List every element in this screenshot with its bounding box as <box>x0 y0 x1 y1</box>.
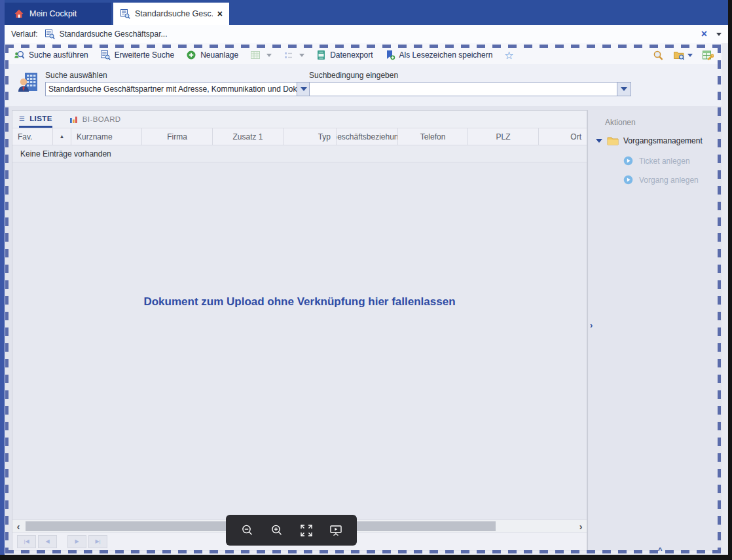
column-header-firma[interactable]: Firma <box>142 128 213 145</box>
search-condition-label: Suchbedingung eingeben <box>309 71 398 80</box>
prev-page-button[interactable]: ◀ <box>38 535 57 548</box>
app-frame: Mein Cockpit Standardsuche Gesc... × Ver… <box>0 0 728 555</box>
sort-asc-icon: ▲ <box>60 134 65 140</box>
search-select-value: Standardsuche Geschäftspartner mit Adres… <box>46 84 297 94</box>
empty-results-message: Keine Einträge vorhanden <box>12 145 587 162</box>
table-wrench-icon[interactable] <box>702 50 714 61</box>
business-partner-icon <box>16 71 40 97</box>
chevron-down-icon[interactable] <box>716 33 722 36</box>
table-grid-icon <box>250 50 261 60</box>
top-tab-bar: Mein Cockpit Standardsuche Gesc... × <box>0 0 728 25</box>
search-list-icon <box>100 50 111 60</box>
list-icon: ≡ <box>19 113 25 123</box>
presentation-icon[interactable] <box>329 523 343 538</box>
tab-liste[interactable]: ≡ LISTE <box>19 111 52 128</box>
button-label: Erweiterte Suche <box>115 50 174 60</box>
column-header-sort[interactable]: ▲ <box>53 128 71 145</box>
column-header-geschaeftsbeziehung[interactable]: Geschäftsbeziehung <box>337 128 398 145</box>
last-page-button[interactable]: ▶| <box>88 535 107 548</box>
star-icon[interactable]: ☆ <box>504 49 513 62</box>
list-small-icon <box>284 50 293 60</box>
chevron-down-icon <box>687 54 693 57</box>
first-page-button[interactable]: |◀ <box>17 535 36 548</box>
dropdown-button[interactable] <box>297 83 310 96</box>
folder-search-icon[interactable] <box>673 50 693 60</box>
save-bookmark-button[interactable]: Als Lesezeichen speichern <box>385 50 493 60</box>
home-icon <box>14 9 24 19</box>
history-label: Verlauf: <box>11 29 38 39</box>
play-circle-icon <box>623 156 633 166</box>
view-grid-dropdown-disabled <box>250 50 272 60</box>
chevron-down-icon <box>266 54 272 57</box>
action-label: Vorgang anlegen <box>639 176 699 185</box>
data-export-button[interactable]: Datenexport <box>316 50 373 60</box>
column-header-zusatz1[interactable]: Zusatz 1 <box>213 128 284 145</box>
tab-label: Standardsuche Gesc... <box>135 9 213 18</box>
csv-export-icon <box>316 50 326 60</box>
tab-label: Mein Cockpit <box>29 9 77 18</box>
search-condition-combobox[interactable] <box>309 82 631 96</box>
dropdown-button[interactable] <box>617 83 631 96</box>
column-header-fav[interactable]: Fav. <box>12 128 53 145</box>
magnifier-gold-icon[interactable] <box>652 50 664 61</box>
tree-group-label: Vorgangsmanagement <box>623 136 703 145</box>
search-list-icon <box>120 9 130 19</box>
button-label: Datenexport <box>330 50 373 60</box>
column-header-ort[interactable]: Ort <box>539 128 587 145</box>
panel-collapse-up-icon[interactable]: ^ <box>658 546 662 554</box>
fullscreen-icon[interactable] <box>299 523 314 538</box>
result-panel: ≡ LISTE BI-BOARD Fav. ▲ Kurzname Firma Z… <box>12 110 587 550</box>
zoom-out-icon[interactable] <box>240 523 255 538</box>
advanced-search-button[interactable]: Erweiterte Suche <box>100 50 174 60</box>
play-circle-icon <box>623 175 633 185</box>
tree-group-vorgangsmanagement[interactable]: Vorgangsmanagement <box>596 136 703 145</box>
column-header-kurzname[interactable]: Kurzname <box>71 128 142 145</box>
bookmark-plus-icon <box>385 50 395 60</box>
panel-expand-icon[interactable]: › <box>590 321 593 329</box>
zoom-in-icon[interactable] <box>270 523 284 538</box>
button-label: Als Lesezeichen speichern <box>399 50 493 60</box>
plus-circle-icon <box>186 50 196 60</box>
column-header-typ[interactable]: Typ <box>284 128 337 145</box>
button-label: Neuanlage <box>200 50 238 60</box>
main-toolbar: Suche ausführen Erweiterte Suche Neuanla… <box>5 43 722 64</box>
chevron-down-icon <box>299 54 304 57</box>
history-entry[interactable]: Standardsuche Geschäftspar... <box>60 29 168 39</box>
folder-icon <box>607 136 619 145</box>
actions-title: Aktionen <box>605 118 636 127</box>
result-tabs: ≡ LISTE BI-BOARD <box>12 111 587 128</box>
tree-collapse-icon[interactable] <box>596 139 602 143</box>
view-list-dropdown-disabled <box>284 50 304 60</box>
next-page-button[interactable]: ▶ <box>67 535 86 548</box>
tab-label: BI-BOARD <box>82 115 121 123</box>
new-record-button[interactable]: Neuanlage <box>186 50 238 60</box>
tab-label: LISTE <box>29 115 52 122</box>
history-bar: Verlauf: Standardsuche Geschäftspar... × <box>5 25 728 43</box>
action-ticket-anlegen[interactable]: Ticket anlegen <box>623 156 690 166</box>
scroll-right-icon[interactable]: › <box>575 520 587 532</box>
column-header-telefon[interactable]: Telefon <box>398 128 468 145</box>
zoom-toolbar <box>226 515 357 546</box>
chevron-down-icon <box>621 87 627 91</box>
chevron-down-icon <box>301 87 307 91</box>
run-search-icon <box>14 50 25 60</box>
toolbar-right-group <box>652 50 714 61</box>
search-criteria-row: Suche auswählen Standardsuche Geschäftsp… <box>5 64 722 106</box>
tab-bi-board[interactable]: BI-BOARD <box>69 111 121 128</box>
run-search-button[interactable]: Suche ausführen <box>14 50 88 60</box>
search-select-combobox[interactable]: Standardsuche Geschäftspartner mit Adres… <box>45 82 311 96</box>
column-header-plz[interactable]: PLZ <box>468 128 539 145</box>
application-window: Mein Cockpit Standardsuche Gesc... × Ver… <box>0 0 732 560</box>
panel-divider[interactable] <box>587 110 588 550</box>
tab-mein-cockpit[interactable]: Mein Cockpit <box>5 3 111 25</box>
action-vorgang-anlegen[interactable]: Vorgang anlegen <box>623 175 699 185</box>
action-label: Ticket anlegen <box>639 157 690 166</box>
search-select-label: Suche auswählen <box>45 71 107 80</box>
bar-chart-icon <box>69 115 78 124</box>
document-drop-hint: Dokument zum Upload ohne Verknüpfung hie… <box>12 295 587 308</box>
tab-standardsuche[interactable]: Standardsuche Gesc... × <box>113 3 229 25</box>
scroll-left-icon[interactable]: ‹ <box>12 520 24 532</box>
tab-close-icon[interactable]: × <box>217 9 223 18</box>
window-left-edge <box>0 0 5 555</box>
close-icon[interactable]: × <box>701 29 707 39</box>
